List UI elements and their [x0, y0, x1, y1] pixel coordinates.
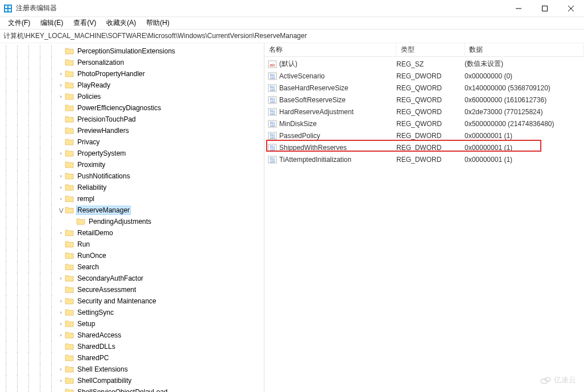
- tree-item[interactable]: ›ShellCompatibility: [0, 375, 264, 386]
- tree-pane[interactable]: PerceptionSimulationExtensionsPersonaliz…: [0, 43, 264, 392]
- folder-icon: [65, 354, 74, 362]
- tree-item[interactable]: Proximity: [0, 159, 264, 170]
- svg-text:110: 110: [270, 160, 275, 163]
- tree-item-label: Run: [76, 240, 91, 249]
- close-button[interactable]: [558, 0, 584, 17]
- folder-icon: [65, 252, 74, 260]
- tree-item-label: PowerEfficiencyDiagnostics: [76, 103, 162, 112]
- binary-value-icon: 011110: [268, 72, 277, 81]
- tree-item[interactable]: PowerEfficiencyDiagnostics: [0, 102, 264, 114]
- tree-item-label: SecureAssessment: [76, 285, 137, 294]
- menu-file[interactable]: 文件(F): [3, 17, 35, 29]
- tree-item[interactable]: ›SecondaryAuthFactor: [0, 273, 264, 284]
- chevron-icon[interactable]: ›: [57, 308, 65, 316]
- folder-icon: [65, 127, 74, 135]
- binary-value-icon: 011110: [268, 143, 277, 152]
- chevron-icon[interactable]: ›: [57, 70, 65, 78]
- tree-item-label: SecondaryAuthFactor: [76, 274, 144, 283]
- minimize-button[interactable]: [506, 0, 532, 17]
- tree-item[interactable]: Search: [0, 261, 264, 273]
- value-row[interactable]: 011110TiAttemptedInitializationREG_DWORD…: [264, 153, 584, 165]
- tree-item-label: SharedAccess: [76, 331, 122, 340]
- value-data: 0x500000000 (21474836480): [465, 120, 584, 128]
- tree-item[interactable]: ›RetailDemo: [0, 227, 264, 239]
- value-row[interactable]: 011110BaseHardReserveSizeREG_QWORD0x1400…: [264, 82, 584, 94]
- maximize-button[interactable]: [532, 0, 558, 17]
- chevron-icon[interactable]: ›: [57, 229, 65, 237]
- tree-item-label: ReserveManager: [76, 206, 131, 215]
- binary-value-icon: 011110: [268, 95, 277, 105]
- tree-item[interactable]: ›Security and Maintenance: [0, 295, 264, 307]
- chevron-icon[interactable]: ⋁: [57, 206, 65, 214]
- menu-view[interactable]: 查看(V): [69, 17, 101, 29]
- tree-item[interactable]: ShellServiceObjectDelayLoad: [0, 386, 264, 392]
- chevron-icon[interactable]: ›: [57, 172, 65, 180]
- tree-item[interactable]: PreviewHandlers: [0, 125, 264, 136]
- folder-icon: [65, 59, 74, 66]
- tree-item[interactable]: ›PushNotifications: [0, 170, 264, 182]
- tree-item[interactable]: PrecisionTouchPad: [0, 114, 264, 125]
- col-name[interactable]: 名称: [264, 43, 396, 56]
- list-header: 名称 类型 数据: [264, 43, 584, 57]
- menu-edit[interactable]: 编辑(E): [36, 17, 68, 29]
- tree-item[interactable]: Personalization: [0, 57, 264, 68]
- value-name: HardReserveAdjustment: [279, 108, 396, 116]
- tree-item[interactable]: RunOnce: [0, 250, 264, 261]
- menu-favorites[interactable]: 收藏夹(A): [102, 17, 140, 29]
- tree-item[interactable]: Privacy: [0, 136, 264, 148]
- tree-item-label: Search: [76, 262, 100, 272]
- value-row[interactable]: 011110ShippedWithReservesREG_DWORD0x0000…: [264, 141, 584, 153]
- chevron-icon[interactable]: ›: [57, 149, 65, 157]
- chevron-icon[interactable]: ›: [57, 195, 65, 203]
- chevron-icon[interactable]: ›: [57, 81, 65, 89]
- chevron-icon[interactable]: ›: [57, 184, 65, 191]
- value-row[interactable]: 011110HardReserveAdjustmentREG_QWORD0x2d…: [264, 106, 584, 118]
- tree-item[interactable]: ›Shell Extensions: [0, 364, 264, 375]
- tree-item[interactable]: ›Reliability: [0, 182, 264, 193]
- tree-item[interactable]: ›PlayReady: [0, 80, 264, 91]
- tree-item-label: PhotoPropertyHandler: [76, 69, 146, 78]
- chevron-icon[interactable]: ›: [57, 331, 65, 339]
- tree-item[interactable]: ›Policies: [0, 91, 264, 102]
- tree-item[interactable]: ›Setup: [0, 318, 264, 330]
- value-row[interactable]: 011110BaseSoftReserveSizeREG_QWORD0x6000…: [264, 94, 584, 106]
- tree-item[interactable]: SecureAssessment: [0, 284, 264, 295]
- chevron-icon[interactable]: ›: [57, 377, 65, 385]
- value-name: MinDiskSize: [279, 120, 396, 128]
- folder-icon: [65, 195, 74, 203]
- folder-icon: [65, 331, 74, 339]
- tree-item[interactable]: ›rempl: [0, 193, 264, 205]
- value-row[interactable]: 011110PassedPolicyREG_DWORD0x00000001 (1…: [264, 130, 584, 141]
- tree-item[interactable]: Run: [0, 239, 264, 250]
- tree-item-label: Reliability: [76, 183, 107, 192]
- tree-item[interactable]: SharedDLLs: [0, 341, 264, 352]
- tree-item[interactable]: SharedPC: [0, 352, 264, 364]
- tree-item[interactable]: PendingAdjustments: [0, 216, 264, 227]
- chevron-icon[interactable]: ›: [57, 320, 65, 328]
- chevron-icon[interactable]: ›: [57, 365, 65, 373]
- svg-rect-2: [9, 6, 11, 8]
- tree-item[interactable]: ›SharedAccess: [0, 330, 264, 341]
- tree-item[interactable]: ›SettingSync: [0, 307, 264, 318]
- chevron-icon[interactable]: ›: [57, 297, 65, 305]
- menu-help[interactable]: 帮助(H): [142, 17, 174, 29]
- value-row[interactable]: 011110MinDiskSizeREG_QWORD0x500000000 (2…: [264, 118, 584, 130]
- svg-rect-1: [5, 6, 7, 8]
- tree-item[interactable]: ›PropertySystem: [0, 148, 264, 159]
- tree-item[interactable]: ›PhotoPropertyHandler: [0, 68, 264, 80]
- content-area: PerceptionSimulationExtensionsPersonaliz…: [0, 43, 584, 392]
- list-body: ab(默认)REG_SZ(数值未设置)011110ActiveScenarioR…: [264, 57, 584, 165]
- value-row[interactable]: ab(默认)REG_SZ(数值未设置): [264, 58, 584, 70]
- col-type[interactable]: 类型: [396, 43, 465, 56]
- chevron-icon[interactable]: ›: [57, 274, 65, 282]
- list-pane[interactable]: 名称 类型 数据 ab(默认)REG_SZ(数值未设置)011110Active…: [264, 43, 584, 392]
- value-row[interactable]: 011110ActiveScenarioREG_DWORD0x00000000 …: [264, 70, 584, 82]
- col-data[interactable]: 数据: [465, 43, 584, 56]
- svg-text:ab: ab: [270, 62, 275, 68]
- tree-item[interactable]: PerceptionSimulationExtensions: [0, 45, 264, 57]
- tree-item[interactable]: ⋁ReserveManager: [0, 205, 264, 216]
- address-bar[interactable]: 计算机\HKEY_LOCAL_MACHINE\SOFTWARE\Microsof…: [0, 30, 584, 43]
- folder-icon: [76, 218, 85, 226]
- folder-icon: [65, 161, 74, 169]
- chevron-icon[interactable]: ›: [57, 93, 65, 101]
